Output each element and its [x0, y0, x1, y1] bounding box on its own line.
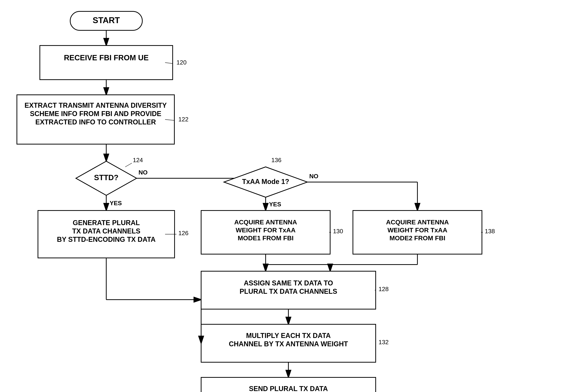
- step122-text-2: SCHEME INFO FROM FBI AND PROVIDE: [30, 110, 162, 118]
- step132-text-2: CHANNEL BY TX ANTENNA WEIGHT: [229, 340, 348, 348]
- step126-text-2: TX DATA CHANNELS: [72, 227, 140, 235]
- ref132: 132: [378, 339, 389, 346]
- start-label: START: [93, 16, 120, 25]
- ref120: 120: [176, 59, 187, 66]
- yes-label-136: YES: [269, 201, 281, 208]
- ref128: 128: [378, 286, 389, 292]
- flowchart-diagram: START RECEIVE FBI FROM UE 120 EXTRACT TR…: [0, 0, 562, 392]
- step126-text-3: BY STTD-ENCODING TX DATA: [57, 236, 156, 243]
- step130-text-3: MODE1 FROM FBI: [238, 234, 294, 242]
- step122-text-1: EXTRACT TRANSMIT ANTENNA DIVERSITY: [24, 102, 167, 109]
- svg-line-9: [125, 163, 132, 167]
- step122-text-3: EXTRACTED INFO TO CONTROLLER: [35, 118, 156, 126]
- ref130: 130: [333, 228, 343, 235]
- no-label-136: NO: [309, 173, 318, 180]
- step138-text-1: ACQUIRE ANTENNA: [386, 219, 449, 226]
- step134-text-1: SEND PLURAL TX DATA: [249, 385, 328, 392]
- step130-text-2: WEIGHT FOR TxAA: [236, 226, 295, 234]
- ref122: 122: [178, 116, 188, 123]
- yes-label-124: YES: [110, 200, 122, 207]
- step136-text: TxAA Mode 1?: [242, 178, 289, 185]
- svg-rect-3: [40, 46, 173, 80]
- step120-text: RECEIVE FBI FROM UE: [64, 54, 149, 62]
- ref126: 126: [178, 230, 188, 236]
- step138-text-2: WEIGHT FOR TxAA: [387, 226, 447, 234]
- step132-text-1: MULTIPLY EACH TX DATA: [246, 332, 331, 339]
- step124-text: STTD?: [94, 173, 118, 182]
- step138-text-3: MODE2 FROM FBI: [389, 234, 445, 242]
- ref136: 136: [271, 157, 281, 163]
- ref124: 124: [133, 157, 143, 163]
- step128-text-2: PLURAL TX DATA CHANNELS: [240, 288, 337, 295]
- step128-text-1: ASSIGN SAME TX DATA TO: [244, 279, 333, 287]
- step126-text-1: GENERATE PLURAL: [73, 219, 140, 227]
- ref138: 138: [485, 228, 495, 235]
- step130-text-1: ACQUIRE ANTENNA: [234, 219, 297, 226]
- no-label-124: NO: [139, 169, 148, 176]
